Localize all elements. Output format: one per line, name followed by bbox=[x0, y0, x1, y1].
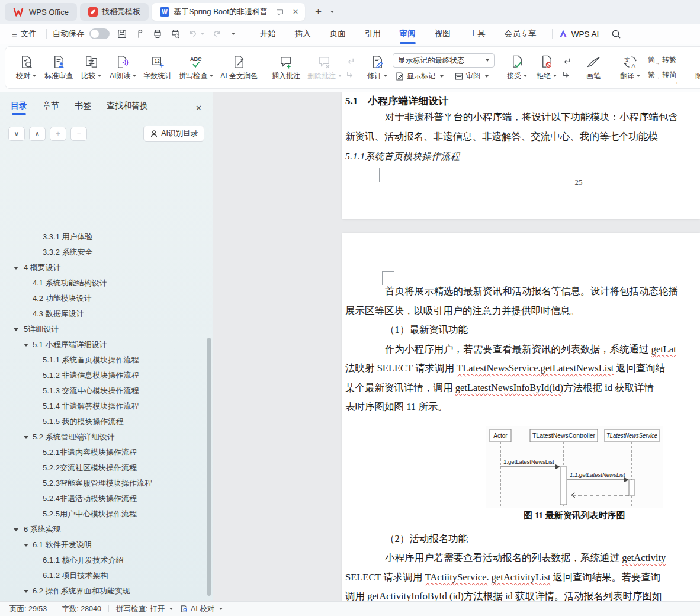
show-markup-button[interactable]: 显示标记 bbox=[393, 70, 446, 82]
toc-item[interactable]: 5.2.3智能客服管理模块操作流程 bbox=[0, 476, 207, 491]
toc-item[interactable]: 3.3.2 系统安全 bbox=[0, 245, 207, 260]
translate-button[interactable]: 文A 翻译 bbox=[616, 53, 644, 83]
sidebar-scrollbar[interactable] bbox=[207, 338, 211, 596]
collapse-all-button[interactable]: ∨ bbox=[8, 127, 25, 141]
tab-bookmark[interactable]: 书签 bbox=[75, 101, 91, 115]
doc-subheading[interactable]: 5.1.1系统首页模块操作流程 bbox=[342, 150, 700, 163]
ai-read-aloud-button[interactable]: AI朗读 bbox=[107, 53, 139, 83]
tab-toc[interactable]: 目录 bbox=[11, 101, 27, 115]
new-tab-button[interactable]: + bbox=[312, 5, 325, 18]
doc-text-line[interactable]: SELECT 请求调用 TActiityService. getActivity… bbox=[345, 568, 700, 588]
ai-proofread-status[interactable]: AI 校对 bbox=[180, 604, 223, 614]
triangle-down-icon[interactable] bbox=[24, 344, 28, 346]
search-icon[interactable] bbox=[611, 29, 621, 39]
review-pane-button[interactable]: 审阅 bbox=[452, 70, 491, 82]
doc-text-line[interactable]: 调用 getActivityInfoById (id)方法根据 id 获取详情。… bbox=[345, 587, 700, 601]
toc-item[interactable]: 6.1 软件开发说明 bbox=[0, 537, 207, 553]
reject-change-button[interactable]: 拒绝 bbox=[532, 53, 561, 83]
doc-text-line[interactable]: 新资讯、活动报名、非遗信息、非遗解答、交流中心、我的等七个功能模 bbox=[345, 127, 700, 147]
document-page-25[interactable]: 5.1 小程序端详细设计 对于非遗科普平台的小程序端，将设计以下功能模块：小程序… bbox=[342, 92, 700, 219]
close-tab-icon[interactable]: ✕ bbox=[291, 8, 300, 16]
menu-review[interactable]: 审阅 bbox=[390, 25, 425, 43]
toc-item[interactable]: 4.3 数据库设计 bbox=[0, 306, 207, 322]
toc-item[interactable]: 6 系统实现 bbox=[0, 522, 207, 537]
toc-item[interactable]: 5.2.1非遗内容模块操作流程 bbox=[0, 445, 207, 460]
markup-state-dropdown[interactable]: 显示标记的最终状态 bbox=[393, 53, 495, 68]
next-change-icon[interactable] bbox=[562, 70, 571, 79]
triangle-down-icon[interactable] bbox=[24, 590, 28, 593]
tab-list-chevron-icon[interactable] bbox=[330, 11, 334, 13]
doc-text-line[interactable]: 某个最新资讯详情，调用 getLatestNewsInfoById(id)方法根… bbox=[345, 378, 700, 398]
menu-member[interactable]: 会员专享 bbox=[495, 25, 546, 43]
page-indicator[interactable]: 页面: 29/53 bbox=[9, 604, 47, 614]
save-icon[interactable] bbox=[117, 28, 127, 39]
standard-review-button[interactable]: 标准审查 bbox=[41, 53, 76, 83]
menu-view[interactable]: 视图 bbox=[425, 25, 460, 43]
doc-heading[interactable]: 5.1 小程序端详细设计 bbox=[342, 92, 700, 108]
to-simplified-button[interactable]: 繁 转简 bbox=[646, 69, 679, 81]
toc-item[interactable]: 5详细设计 bbox=[0, 322, 207, 337]
toc-item[interactable]: 6.1.2 项目技术架构 bbox=[0, 568, 207, 583]
proofread-button[interactable]: 校对 bbox=[12, 53, 40, 83]
word-count-button[interactable]: 12 字数统计 bbox=[140, 53, 175, 83]
comment-bubble-icon[interactable] bbox=[275, 8, 284, 17]
tab-document[interactable]: W 基于Spring Boot的非遗科普 ✕ bbox=[152, 3, 305, 21]
insert-comment-button[interactable]: 插入批注 bbox=[269, 53, 303, 83]
file-menu[interactable]: ≡ 文件 bbox=[8, 28, 40, 39]
spell-check-button[interactable]: ABC 拼写检查 bbox=[176, 53, 216, 83]
previous-change-icon[interactable] bbox=[562, 56, 571, 65]
autosave-toggle[interactable] bbox=[89, 28, 110, 39]
toc-item[interactable]: 5.1.3 交流中心模块操作流程 bbox=[0, 383, 207, 399]
ai-polish-button[interactable]: AI 全文润色 bbox=[217, 53, 261, 83]
triangle-down-icon[interactable] bbox=[24, 436, 28, 439]
doc-text-line[interactable]: 法映射 SELECT 请求调用 TLatestNewsService.getLa… bbox=[345, 359, 700, 378]
menu-start[interactable]: 开始 bbox=[251, 25, 285, 43]
print-preview-icon[interactable] bbox=[170, 28, 181, 39]
expand-all-button[interactable]: ∧ bbox=[29, 127, 46, 141]
dialog-launcher-icon[interactable]: ⌟ bbox=[675, 79, 677, 85]
doc-text-line[interactable]: 展示区等区块，以吸引用户的注意力并提供即时信息。 bbox=[345, 301, 700, 321]
tab-docer-templates[interactable]: 找稻壳模板 bbox=[80, 3, 149, 21]
toc-item[interactable]: 5.2.2交流社区模块操作流程 bbox=[0, 460, 207, 476]
toc-item[interactable]: 4.2 功能模块设计 bbox=[0, 291, 207, 306]
toc-item[interactable]: 5.2.4非遗活动模块操作流程 bbox=[0, 491, 207, 506]
doc-text-line[interactable]: （2）活动报名功能 bbox=[345, 530, 700, 549]
doc-text-line[interactable]: 作为小程序用户，若需要查看最新资讯的列表数据，系统通过 getLat bbox=[345, 340, 700, 360]
accept-change-button[interactable]: 接受 bbox=[503, 53, 531, 83]
toc-item[interactable]: 6.1.1 核心开发技术介绍 bbox=[0, 553, 207, 568]
doc-text-line[interactable]: 表时序图如图 11 所示。 bbox=[345, 397, 700, 417]
menu-insert[interactable]: 插入 bbox=[285, 25, 320, 43]
doc-text-line[interactable]: 首页将展示精选的最新资讯和活动报名等信息。设计将包括动态轮播 bbox=[345, 282, 700, 301]
triangle-down-icon[interactable] bbox=[14, 328, 18, 331]
compare-button[interactable]: 比较 bbox=[77, 53, 105, 83]
tab-find-replace[interactable]: 查找和替换 bbox=[107, 101, 148, 115]
menu-reference[interactable]: 引用 bbox=[355, 25, 390, 43]
close-sidebar-icon[interactable]: ✕ bbox=[195, 104, 202, 113]
toc-item[interactable]: 3.3.1 用户体验 bbox=[0, 229, 207, 245]
spell-check-status[interactable]: 拼写检查: 打开 bbox=[116, 604, 173, 614]
tab-wps-office[interactable]: WPS Office bbox=[5, 3, 77, 21]
document-page-26[interactable]: 首页将展示精选的最新资讯和活动报名等信息。设计将包括动态轮播 展示区等区块，以吸… bbox=[342, 233, 700, 601]
triangle-down-icon[interactable] bbox=[14, 528, 18, 531]
restrict-edit-button[interactable]: 限制编辑 bbox=[692, 53, 700, 83]
toc-item[interactable]: 4.1 系统功能结构设计 bbox=[0, 275, 207, 291]
word-count-indicator[interactable]: 字数: 28040 bbox=[62, 604, 101, 614]
toc-item[interactable]: 5.1.1 系统首页模块操作流程 bbox=[0, 352, 207, 368]
toc-item[interactable]: 5.2 系统管理端详细设计 bbox=[0, 429, 207, 445]
toc-item[interactable]: 5.2.5用户中心模块操作流程 bbox=[0, 506, 207, 522]
doc-text-line[interactable]: 小程序用户若需要查看活动报名的列表数据，系统通过 getActivity bbox=[345, 548, 700, 568]
tab-chapter[interactable]: 章节 bbox=[43, 101, 59, 115]
qat-more-chevron-icon[interactable] bbox=[232, 33, 235, 35]
track-changes-button[interactable]: 修订 bbox=[363, 53, 391, 83]
triangle-down-icon[interactable] bbox=[24, 544, 28, 547]
wps-ai-button[interactable]: WPS AI bbox=[558, 29, 599, 38]
toc-item[interactable]: 4 概要设计 bbox=[0, 260, 207, 275]
print-icon[interactable] bbox=[152, 28, 163, 39]
doc-text-line[interactable]: 对于非遗科普平台的小程序端，将设计以下功能模块：小程序端包含 bbox=[345, 108, 700, 127]
ai-recognize-toc-button[interactable]: AI识别目录 bbox=[143, 126, 204, 142]
doc-text-line[interactable]: （1）最新资讯功能 bbox=[345, 320, 700, 340]
toc-item[interactable]: 5.1.2 非遗信息模块操作流程 bbox=[0, 368, 207, 383]
toc-item[interactable]: 5.1 小程序端详细设计 bbox=[0, 337, 207, 352]
pen-button[interactable]: 画笔 bbox=[579, 53, 608, 83]
toc-item[interactable]: 5.1.4 非遗解答模块操作流程 bbox=[0, 399, 207, 414]
